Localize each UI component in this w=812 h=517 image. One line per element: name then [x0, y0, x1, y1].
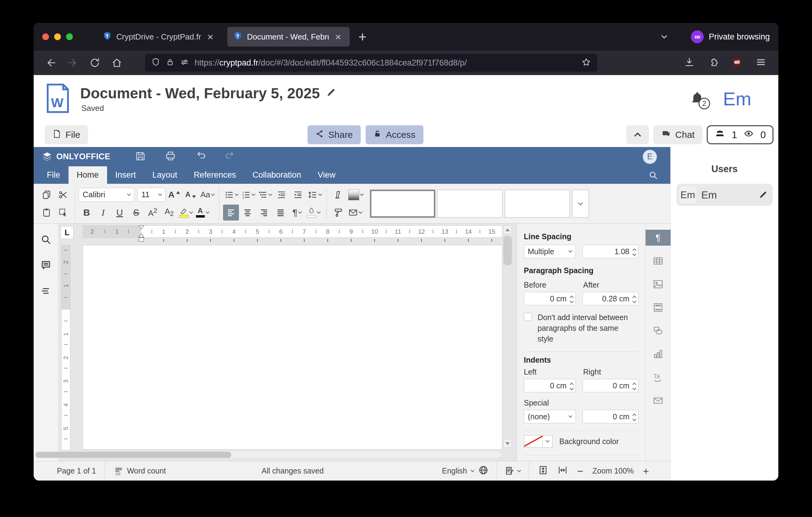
- copy-style-icon[interactable]: [330, 205, 346, 220]
- horizontal-ruler[interactable]: 21123456789101112131415: [83, 225, 502, 238]
- fit-width-icon[interactable]: [557, 465, 568, 477]
- comments-icon[interactable]: [40, 260, 51, 272]
- editor-user-avatar[interactable]: E: [643, 150, 657, 164]
- browser-tab-cryptdrive[interactable]: CryptDrive - CryptPad.fr ×: [97, 27, 220, 47]
- undo-icon[interactable]: [195, 151, 206, 163]
- zoom-window-button[interactable]: [66, 33, 73, 40]
- font-size-select[interactable]: 11: [137, 188, 166, 202]
- menu-tab-layout[interactable]: Layout: [144, 166, 185, 184]
- increase-font-icon[interactable]: A: [166, 187, 182, 203]
- styles-gallery-expand-icon[interactable]: [572, 190, 589, 218]
- close-window-button[interactable]: [42, 33, 49, 40]
- ublock-origin-icon[interactable]: uO: [732, 57, 742, 69]
- tracking-protection-shield-icon[interactable]: [151, 58, 160, 68]
- menu-tab-view[interactable]: View: [309, 166, 344, 184]
- shading-gradient-icon[interactable]: [347, 187, 365, 203]
- chart-settings-icon[interactable]: [645, 346, 671, 362]
- strikethrough-icon[interactable]: S: [128, 205, 144, 220]
- back-button[interactable]: [44, 56, 58, 70]
- edit-user-pencil-icon[interactable]: [758, 190, 767, 199]
- page-indicator[interactable]: Page 1 of 1: [57, 466, 96, 475]
- tab-close-icon[interactable]: ×: [335, 31, 341, 42]
- tab-stop-selector[interactable]: L: [61, 226, 74, 239]
- share-button[interactable]: Share: [308, 125, 361, 144]
- font-name-select[interactable]: Calibri: [79, 188, 134, 202]
- user-list-item[interactable]: Em Em: [676, 184, 773, 206]
- numbered-list-icon[interactable]: 123: [240, 187, 256, 203]
- menu-tab-insert[interactable]: Insert: [107, 166, 144, 184]
- bullet-list-icon[interactable]: [223, 187, 239, 203]
- save-icon[interactable]: [135, 151, 146, 163]
- align-center-icon[interactable]: [239, 205, 256, 220]
- header-footer-settings-icon[interactable]: [645, 300, 671, 316]
- cut-icon[interactable]: [55, 187, 71, 203]
- background-color-dropdown-icon[interactable]: [543, 435, 553, 447]
- scroll-up-button[interactable]: [503, 225, 512, 234]
- bold-icon[interactable]: B: [79, 205, 94, 220]
- home-button[interactable]: [110, 56, 124, 70]
- spell-check-toggle[interactable]: [497, 466, 528, 476]
- notifications-bell-icon[interactable]: 2: [689, 90, 706, 108]
- zoom-level[interactable]: Zoom 100%: [592, 466, 634, 475]
- account-name[interactable]: Em: [723, 88, 751, 110]
- forward-button[interactable]: [66, 56, 80, 70]
- font-color-icon[interactable]: A: [194, 205, 210, 220]
- redo-icon[interactable]: [225, 151, 236, 163]
- decrease-font-icon[interactable]: A: [183, 187, 199, 203]
- zoom-out-button[interactable]: −: [577, 466, 583, 476]
- align-justify-icon[interactable]: [272, 205, 289, 220]
- spinner[interactable]: [632, 247, 636, 255]
- spinner[interactable]: [632, 295, 636, 303]
- file-menu-button[interactable]: File: [45, 125, 88, 144]
- document-page[interactable]: [83, 245, 502, 450]
- style-preview-no-spacing[interactable]: [437, 190, 503, 218]
- editor-search-icon[interactable]: [648, 166, 665, 184]
- find-search-icon[interactable]: [40, 234, 51, 246]
- presence-counts[interactable]: 1 0: [707, 125, 774, 144]
- access-button[interactable]: Access: [366, 125, 424, 144]
- list-tabs-chevron-icon[interactable]: [659, 31, 669, 42]
- url-bar[interactable]: https://cryptpad.fr/doc/#/3/doc/edit/ff0…: [145, 54, 597, 72]
- shape-settings-icon[interactable]: [645, 323, 671, 339]
- superscript-icon[interactable]: A2: [145, 205, 161, 220]
- align-right-icon[interactable]: [256, 205, 272, 220]
- tab-close-icon[interactable]: ×: [207, 31, 213, 42]
- underline-icon[interactable]: U: [112, 205, 127, 220]
- spinner[interactable]: [569, 382, 573, 389]
- italic-icon[interactable]: I: [95, 205, 111, 220]
- align-left-icon[interactable]: [223, 205, 239, 220]
- vertical-scrollbar[interactable]: [503, 236, 512, 265]
- rename-pencil-icon[interactable]: [326, 87, 336, 99]
- mail-merge-settings-icon[interactable]: [645, 393, 671, 409]
- interval-checkbox-row[interactable]: Don't add interval between paragraphs of…: [524, 312, 639, 344]
- multilevel-list-icon[interactable]: [257, 187, 273, 203]
- scroll-down-button[interactable]: [503, 439, 512, 448]
- word-count-control[interactable]: 123 Word count: [114, 466, 166, 475]
- menu-tab-references[interactable]: References: [185, 166, 244, 184]
- indent-left-input[interactable]: 0 cm: [524, 379, 576, 392]
- menu-tab-collaboration[interactable]: Collaboration: [244, 166, 309, 184]
- subscript-icon[interactable]: A2: [161, 205, 177, 220]
- text-art-settings-icon[interactable]: Ta: [645, 370, 671, 385]
- extensions-puzzle-icon[interactable]: [708, 57, 718, 69]
- image-settings-icon[interactable]: [645, 276, 671, 292]
- nonprinting-characters-icon[interactable]: ¶: [289, 205, 305, 220]
- table-settings-icon[interactable]: [645, 253, 671, 269]
- vertical-ruler[interactable]: 2112345: [61, 245, 70, 450]
- line-spacing-icon[interactable]: [307, 187, 323, 203]
- menu-hamburger-icon[interactable]: [756, 57, 766, 69]
- menu-tab-home[interactable]: Home: [68, 166, 107, 184]
- line-spacing-multiple-input[interactable]: 1.08: [583, 245, 639, 258]
- horizontal-scrollbar[interactable]: [35, 452, 500, 458]
- paste-icon[interactable]: [38, 205, 55, 220]
- permissions-sliders-icon[interactable]: [180, 58, 189, 68]
- special-indent-input[interactable]: 0 cm: [583, 410, 639, 423]
- new-tab-button[interactable]: +: [358, 30, 367, 44]
- zoom-in-button[interactable]: +: [643, 466, 649, 476]
- fit-page-icon[interactable]: [538, 465, 548, 477]
- language-selector[interactable]: English: [434, 465, 497, 477]
- paragraph-shading-icon[interactable]: [306, 205, 322, 220]
- mail-merge-icon[interactable]: [347, 205, 363, 220]
- navigation-headings-icon[interactable]: [40, 285, 51, 298]
- interval-checkbox[interactable]: [524, 313, 532, 321]
